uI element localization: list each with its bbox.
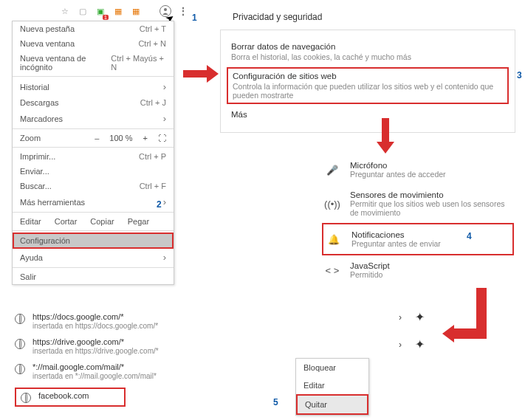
chevron-right-icon: ›	[399, 312, 402, 323]
cube-icon[interactable]: ▢	[77, 5, 89, 17]
note-icon[interactable]: ▦	[112, 5, 124, 17]
menu-new-tab[interactable]: Nueva pestañaCtrl + T	[13, 21, 174, 36]
note2-icon[interactable]: ▦	[130, 5, 142, 17]
chevron-right-icon: ›	[399, 340, 402, 350]
menu-downloads[interactable]: DescargasCtrl + J	[13, 95, 174, 110]
menu-settings[interactable]: Configuración	[13, 233, 174, 249]
globe-icon	[21, 393, 31, 403]
site-permission-buttons: ›✦ ›✦	[399, 310, 425, 365]
privacy-card: Borrar datos de navegación Borra el hist…	[220, 30, 515, 133]
privacy-title: Privacidad y seguridad	[233, 12, 322, 22]
menu-zoom: Zoom – 100 % + ⛶	[13, 131, 174, 145]
menu-paste[interactable]: Pegar	[128, 217, 149, 226]
step-label-1: 1	[192, 13, 197, 23]
zoom-level: 100 %	[109, 134, 132, 142]
menu-history[interactable]: Historial	[13, 78, 174, 95]
menu-bookmarks[interactable]: Marcadores	[13, 110, 174, 127]
zoom-out-button[interactable]: –	[95, 134, 99, 142]
menu-copy[interactable]: Copiar	[90, 217, 114, 226]
menu-cut[interactable]: Cortar	[55, 217, 78, 226]
site-settings[interactable]: Configuración de sitios web Controla la …	[227, 67, 509, 104]
privacy-more[interactable]: Más	[231, 106, 504, 125]
context-block[interactable]: Bloquear	[296, 359, 368, 376]
chrome-menu: Nueva pestañaCtrl + T Nueva ventanaCtrl …	[12, 21, 174, 285]
menu-incognito[interactable]: Nueva ventana de incógnitoCtrl + Mayús +…	[13, 51, 174, 75]
puzzle-icon[interactable]: ✦	[415, 337, 425, 351]
bell-icon: 🔔	[326, 234, 341, 245]
menu-more-tools[interactable]: Más herramientas	[13, 193, 174, 210]
menu-send[interactable]: Enviar...	[13, 164, 174, 179]
menu-print[interactable]: Imprimir...Ctrl + P	[13, 149, 174, 164]
menu-exit[interactable]: Salir	[13, 269, 174, 284]
globe-icon	[15, 339, 25, 349]
globe-icon	[15, 314, 25, 324]
context-menu: Bloquear Editar Quitar	[295, 358, 369, 416]
context-remove[interactable]: Quitar	[296, 394, 368, 415]
context-edit[interactable]: Editar	[296, 376, 368, 394]
site-row-mail[interactable]: *://mail.google.com/mail/*insertada en *…	[15, 362, 159, 380]
site-row-docs[interactable]: https://docs.google.com/*insertada en ht…	[15, 312, 159, 330]
fullscreen-icon[interactable]: ⛶	[158, 134, 166, 142]
site-row-facebook[interactable]: facebook.com	[15, 388, 126, 407]
microphone-icon: 🎤	[325, 165, 340, 176]
permission-motion[interactable]: ((•)) Sensores de movimientoPermitir que…	[322, 185, 514, 223]
menu-find[interactable]: Buscar...Ctrl + F	[13, 179, 174, 193]
permission-javascript[interactable]: < > JavaScriptPermitido	[322, 255, 514, 285]
permissions-list: 🎤 MicrófonoPreguntar antes de acceder ((…	[322, 155, 514, 285]
motion-icon: ((•))	[325, 199, 340, 210]
sites-list: https://docs.google.com/*insertada en ht…	[15, 312, 159, 414]
zoom-in-button[interactable]: +	[143, 134, 148, 142]
menu-new-window[interactable]: Nueva ventanaCtrl + N	[13, 36, 174, 51]
menu-edit-row: Editar Cortar Copiar Pegar	[13, 214, 174, 229]
step-label-3: 3	[517, 70, 522, 80]
site-row-drive[interactable]: https://drive.google.com/*insertada en h…	[15, 337, 159, 355]
clear-browsing-data[interactable]: Borrar datos de navegación Borra el hist…	[231, 38, 504, 66]
step-label-4: 4	[467, 231, 472, 241]
code-icon: < >	[325, 265, 340, 276]
step-label-5: 5	[273, 397, 278, 407]
permission-notifications[interactable]: 🔔 NotificacionesPreguntar antes de envia…	[322, 223, 514, 255]
menu-help[interactable]: Ayuda	[13, 249, 174, 266]
globe-icon	[15, 364, 25, 374]
kebab-menu-icon[interactable]: ⋮	[177, 5, 189, 17]
step-label-2: 2	[157, 199, 162, 210]
star-icon[interactable]: ☆	[59, 5, 71, 17]
permission-microphone[interactable]: 🎤 MicrófonoPreguntar antes de acceder	[322, 155, 514, 185]
shield-icon[interactable]: ▣1	[95, 5, 106, 17]
svg-point-0	[164, 8, 167, 11]
puzzle-icon[interactable]: ✦	[415, 310, 425, 324]
